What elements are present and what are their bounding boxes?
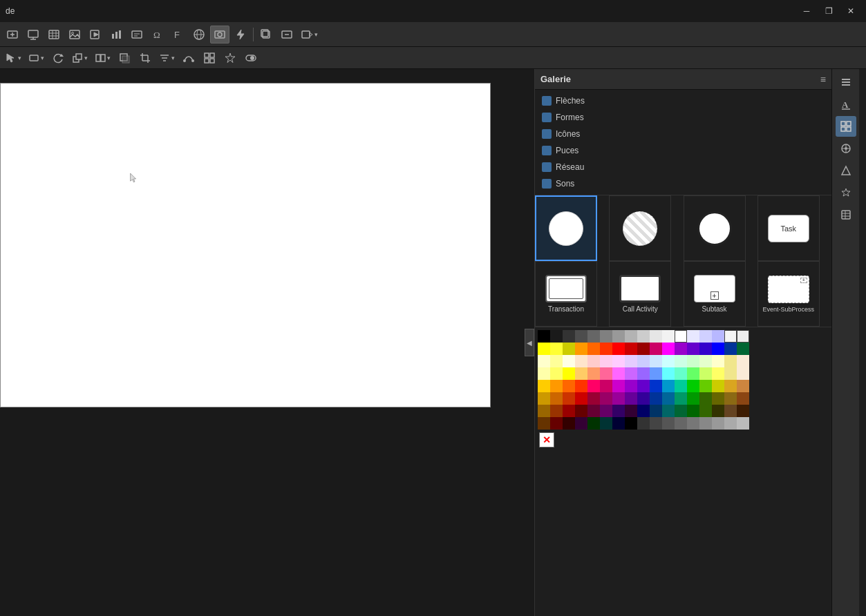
- color-r6-1[interactable]: [538, 392, 550, 405]
- color-p17[interactable]: [737, 355, 749, 367]
- side-icon-shapes[interactable]: [836, 160, 856, 181]
- color-maroon[interactable]: [637, 343, 650, 355]
- color-r4-17[interactable]: [737, 367, 749, 380]
- toolbar-special-char[interactable]: F: [169, 26, 188, 44]
- side-icon-properties[interactable]: [836, 72, 856, 93]
- category-fleches[interactable]: Flèches: [535, 93, 831, 109]
- color-r4-4[interactable]: [575, 367, 587, 380]
- color-666[interactable]: [587, 330, 600, 343]
- color-p3[interactable]: [563, 355, 575, 367]
- color-navy1[interactable]: [699, 343, 712, 355]
- color-p16[interactable]: [724, 355, 737, 367]
- color-r8-11[interactable]: [662, 417, 675, 430]
- toolbar-chart[interactable]: [106, 26, 126, 44]
- color-p11[interactable]: [662, 355, 675, 367]
- category-puces[interactable]: Puces: [535, 142, 831, 159]
- toolbar-flip[interactable]: ▾: [92, 49, 113, 67]
- color-r5-14[interactable]: [699, 380, 712, 392]
- color-p8[interactable]: [625, 355, 637, 367]
- toolbar-display[interactable]: [23, 26, 43, 44]
- color-r5-17[interactable]: [737, 380, 749, 392]
- color-r6-11[interactable]: [662, 392, 675, 405]
- shape-circle-thin[interactable]: [535, 195, 597, 261]
- toolbar-points[interactable]: [179, 49, 198, 67]
- color-p14[interactable]: [699, 355, 712, 367]
- color-r6-10[interactable]: [650, 392, 662, 405]
- color-r4-8[interactable]: [625, 367, 637, 380]
- color-r8-16[interactable]: [724, 417, 737, 430]
- color-r7-9[interactable]: [637, 405, 650, 417]
- color-r4-6[interactable]: [600, 367, 612, 380]
- shape-circle-dashed[interactable]: [609, 195, 671, 261]
- drawing-canvas[interactable]: [0, 83, 491, 407]
- color-e6e6[interactable]: [650, 330, 662, 343]
- side-icon-table[interactable]: [836, 204, 856, 225]
- toolbar-flash[interactable]: [231, 26, 250, 44]
- color-r6-6[interactable]: [600, 392, 612, 405]
- color-magenta[interactable]: [662, 343, 675, 355]
- shape-event-subprocess[interactable]: + Event-SubProcess: [757, 261, 820, 327]
- color-r5-4[interactable]: [575, 380, 587, 392]
- maximize-button[interactable]: ❐: [819, 4, 838, 18]
- color-eee[interactable]: [737, 330, 749, 343]
- color-r7-8[interactable]: [625, 405, 637, 417]
- color-r4-2[interactable]: [550, 367, 563, 380]
- color-r8-17[interactable]: [737, 417, 749, 430]
- color-p4[interactable]: [575, 355, 587, 367]
- toolbar-filter[interactable]: ▾: [156, 49, 178, 67]
- color-r7-14[interactable]: [699, 405, 712, 417]
- color-r4-15[interactable]: [712, 367, 724, 380]
- toolbar-copy-embed[interactable]: [256, 26, 276, 44]
- color-r6-7[interactable]: [612, 392, 625, 405]
- toolbar-media[interactable]: [86, 26, 105, 44]
- color-lav2[interactable]: [699, 330, 712, 343]
- color-r8-4[interactable]: [575, 417, 587, 430]
- toolbar-link[interactable]: [189, 26, 209, 44]
- color-r6-16[interactable]: [724, 392, 737, 405]
- shape-call-activity[interactable]: Call Activity: [609, 261, 671, 327]
- color-r6-14[interactable]: [699, 392, 712, 405]
- color-p12[interactable]: [675, 355, 687, 367]
- color-r8-9[interactable]: [637, 417, 650, 430]
- color-lav3[interactable]: [712, 330, 724, 343]
- color-r7-6[interactable]: [600, 405, 612, 417]
- color-r6-4[interactable]: [575, 392, 587, 405]
- color-p5[interactable]: [587, 355, 600, 367]
- color-ccc[interactable]: [637, 330, 650, 343]
- color-r7-17[interactable]: [737, 405, 749, 417]
- panel-collapse-button[interactable]: ◀: [525, 329, 534, 356]
- color-r5-2[interactable]: [550, 380, 563, 392]
- toolbar-shadow[interactable]: [115, 49, 134, 67]
- color-808080[interactable]: [600, 330, 612, 343]
- color-r8-2[interactable]: [550, 417, 563, 430]
- color-r7-3[interactable]: [563, 405, 575, 417]
- color-p1[interactable]: [538, 355, 550, 367]
- color-r4-11[interactable]: [662, 367, 675, 380]
- color-1a[interactable]: [550, 330, 563, 343]
- color-r8-3[interactable]: [563, 417, 575, 430]
- shape-task[interactable]: Task: [757, 195, 820, 261]
- color-r7-2[interactable]: [550, 405, 563, 417]
- side-icon-styles[interactable]: A: [836, 94, 856, 115]
- color-r7-15[interactable]: [712, 405, 724, 417]
- color-r6-8[interactable]: [625, 392, 637, 405]
- color-999[interactable]: [612, 330, 625, 343]
- color-r8-13[interactable]: [687, 417, 699, 430]
- color-r5-10[interactable]: [650, 380, 662, 392]
- minimize-button[interactable]: ─: [797, 4, 816, 18]
- color-orange1[interactable]: [575, 343, 587, 355]
- toolbar-arrange[interactable]: ▾: [69, 49, 91, 67]
- color-r4-10[interactable]: [650, 367, 662, 380]
- toolbar-crop[interactable]: [135, 49, 155, 67]
- color-p10[interactable]: [650, 355, 662, 367]
- color-r5-7[interactable]: [612, 380, 625, 392]
- close-button[interactable]: ✕: [841, 4, 860, 18]
- toolbar-insert-slide[interactable]: [3, 26, 22, 44]
- canvas-container[interactable]: ◀: [0, 69, 534, 616]
- color-r5-1[interactable]: [538, 380, 550, 392]
- color-333[interactable]: [563, 330, 575, 343]
- toolbar-rect-select[interactable]: ▾: [26, 49, 47, 67]
- color-r4-14[interactable]: [699, 367, 712, 380]
- color-p2[interactable]: [550, 355, 563, 367]
- toolbar-photo[interactable]: [210, 26, 229, 44]
